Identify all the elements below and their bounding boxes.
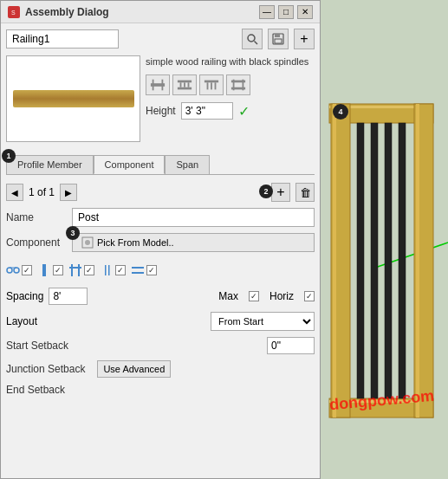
badge-2: 2 bbox=[259, 184, 273, 198]
tab-component-label: Component bbox=[105, 159, 154, 170]
spacing-input[interactable] bbox=[49, 288, 88, 305]
horiz-checkbox[interactable] bbox=[304, 291, 315, 301]
prev-button[interactable]: ◀ bbox=[6, 184, 23, 201]
junction-setback-row: Junction Setback Use Advanced bbox=[6, 360, 315, 378]
svg-text:S: S bbox=[11, 10, 16, 16]
pick-from-model-button[interactable]: 3 Pick From Model.. bbox=[72, 233, 315, 252]
search-button[interactable] bbox=[242, 29, 263, 49]
pick-button-label: Pick From Model.. bbox=[97, 237, 174, 248]
svg-rect-30 bbox=[71, 264, 73, 276]
tab-profile-label: Profile Member bbox=[17, 159, 82, 170]
name-field-label: Name bbox=[6, 211, 67, 223]
tabs-row: 1 Profile Member Component Span bbox=[6, 155, 315, 175]
spacing-row: Spacing Max Horiz bbox=[6, 288, 315, 305]
svg-rect-18 bbox=[215, 83, 217, 90]
tab-profile-member[interactable]: 1 Profile Member bbox=[6, 155, 94, 174]
delete-component-button[interactable]: 🗑 bbox=[295, 183, 315, 202]
svg-rect-8 bbox=[153, 80, 154, 91]
assembly-dialog: S Assembly Dialog — □ ✕ + bbox=[0, 0, 321, 479]
svg-line-3 bbox=[255, 42, 258, 45]
nav-controls: ◀ 1 of 1 ▶ bbox=[6, 184, 77, 201]
add-component-button[interactable]: + bbox=[271, 183, 290, 202]
layout-select[interactable]: From Start Centered From End bbox=[211, 312, 315, 331]
window-controls: — □ ✕ bbox=[259, 5, 313, 19]
preview-box bbox=[6, 55, 140, 142]
svg-rect-16 bbox=[207, 83, 209, 90]
railing-type-4-button[interactable] bbox=[226, 74, 250, 95]
icons-row bbox=[6, 260, 315, 281]
svg-point-2 bbox=[248, 35, 255, 42]
close-button[interactable]: ✕ bbox=[297, 5, 313, 19]
checkbox-4[interactable] bbox=[115, 265, 126, 275]
svg-rect-49 bbox=[399, 123, 406, 398]
name-bar: + bbox=[6, 29, 315, 49]
add-assembly-button[interactable]: + bbox=[294, 29, 315, 49]
height-confirm-button[interactable]: ✓ bbox=[238, 103, 250, 120]
nav-row: ◀ 1 of 1 ▶ 2 + 🗑 bbox=[6, 183, 315, 202]
max-checkbox[interactable] bbox=[249, 291, 259, 301]
tab-span-label: Span bbox=[176, 159, 198, 170]
use-advanced-button[interactable]: Use Advanced bbox=[97, 360, 171, 378]
start-setback-input[interactable] bbox=[267, 337, 315, 354]
start-setback-label: Start Setback bbox=[6, 340, 93, 352]
title-bar: S Assembly Dialog — □ ✕ bbox=[1, 1, 320, 23]
svg-rect-11 bbox=[178, 87, 192, 90]
rail-icon bbox=[131, 263, 145, 277]
spindle-icon bbox=[100, 263, 114, 277]
save-button[interactable] bbox=[268, 29, 289, 49]
checkbox-2[interactable] bbox=[53, 265, 63, 275]
assembly-name-input[interactable] bbox=[6, 29, 119, 49]
component-field-row: Component 3 Pick From Model.. bbox=[6, 233, 315, 252]
dialog-body: + simple wood railing with black spindle… bbox=[1, 23, 320, 478]
tab-component[interactable]: Component bbox=[94, 155, 166, 174]
icon-group-4 bbox=[100, 263, 126, 277]
nav-current: 1 of 1 bbox=[29, 186, 55, 198]
end-setback-label: End Setback bbox=[6, 384, 93, 396]
icon-group-5 bbox=[131, 263, 157, 277]
svg-rect-47 bbox=[371, 123, 378, 398]
dialog-title: Assembly Dialog bbox=[25, 6, 254, 18]
svg-rect-12 bbox=[180, 83, 182, 87]
svg-rect-32 bbox=[105, 265, 107, 275]
checkbox-3[interactable] bbox=[84, 265, 94, 275]
nav-actions: 2 + 🗑 bbox=[266, 183, 315, 202]
name-field-input[interactable] bbox=[72, 208, 315, 227]
svg-rect-22 bbox=[243, 80, 244, 91]
minimize-button[interactable]: — bbox=[259, 5, 275, 19]
railing-type-3-button[interactable] bbox=[199, 74, 224, 95]
svg-rect-9 bbox=[162, 80, 164, 91]
connect-icon bbox=[6, 263, 20, 277]
layout-label: Layout bbox=[6, 315, 37, 327]
railing-type-2-button[interactable] bbox=[172, 74, 197, 95]
svg-rect-46 bbox=[357, 123, 364, 398]
badge-1: 1 bbox=[2, 149, 16, 163]
icon-group-3 bbox=[68, 263, 94, 277]
svg-point-25 bbox=[7, 268, 12, 273]
railing-type-icons bbox=[146, 74, 315, 95]
app-icon: S bbox=[8, 6, 20, 18]
restore-button[interactable]: □ bbox=[278, 5, 294, 19]
checkbox-1[interactable] bbox=[22, 265, 32, 275]
svg-rect-5 bbox=[275, 34, 280, 37]
height-label: Height bbox=[146, 105, 176, 117]
railing-type-1-button[interactable] bbox=[146, 74, 170, 95]
junction-setback-label: Junction Setback bbox=[6, 363, 85, 375]
svg-rect-15 bbox=[205, 81, 218, 83]
horiz-label: Horiz bbox=[269, 290, 294, 302]
railing-preview bbox=[13, 90, 134, 107]
svg-rect-10 bbox=[178, 81, 192, 83]
start-setback-row: Start Setback bbox=[6, 337, 315, 354]
post-icon bbox=[37, 263, 51, 277]
svg-rect-28 bbox=[42, 264, 46, 276]
layout-row: Layout From Start Centered From End bbox=[6, 312, 315, 331]
max-label: Max bbox=[218, 290, 238, 302]
icon-group-2 bbox=[37, 263, 63, 277]
checkbox-5[interactable] bbox=[146, 265, 157, 275]
svg-rect-13 bbox=[184, 83, 185, 87]
fence-icon bbox=[68, 263, 82, 277]
tab-span[interactable]: Span bbox=[165, 155, 210, 174]
railing-description: simple wood railing with black spindles bbox=[146, 55, 315, 68]
svg-point-24 bbox=[85, 240, 90, 245]
next-button[interactable]: ▶ bbox=[60, 184, 77, 201]
height-input[interactable] bbox=[181, 102, 233, 120]
